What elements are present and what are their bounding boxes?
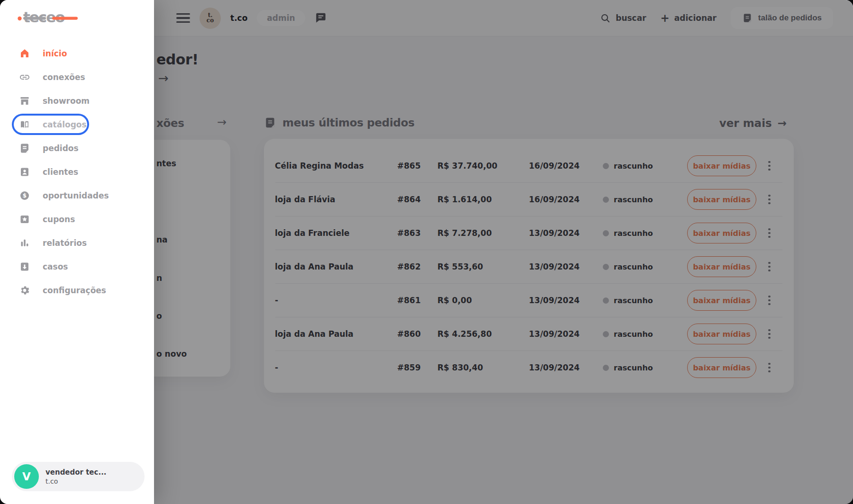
sidebar-item-label: catálogos <box>43 120 87 129</box>
sidebar-item-cupons[interactable]: cupons <box>0 207 154 231</box>
sidebar-item-configuracoes[interactable]: configurações <box>0 279 154 302</box>
sidebar-item-catalogos[interactable]: catálogos <box>0 113 154 136</box>
app-window: t. co t.co admin buscar <box>0 0 853 504</box>
sidebar-item-label: conexões <box>43 72 85 82</box>
teceo-logo: teceo <box>17 7 93 27</box>
sidebar-item-label: showroom <box>43 96 90 106</box>
open-book-icon <box>19 119 30 130</box>
gear-icon <box>19 285 30 296</box>
sidebar-item-casos[interactable]: casos <box>0 255 154 279</box>
inbox-down-icon <box>19 261 30 272</box>
user-avatar: V <box>14 464 39 489</box>
sidebar-item-pedidos[interactable]: pedidos <box>0 136 154 160</box>
storefront-icon <box>19 95 30 107</box>
sidebar-item-inicio[interactable]: início <box>0 42 154 65</box>
sidebar-item-label: configurações <box>43 286 106 295</box>
sidebar-item-label: clientes <box>43 167 78 177</box>
sidebar-item-clientes[interactable]: clientes <box>0 160 154 184</box>
sidebar-item-label: oportunidades <box>43 191 109 200</box>
sidebar-item-label: relatórios <box>43 238 87 248</box>
sidebar-item-relatorios[interactable]: relatórios <box>0 231 154 255</box>
home-icon <box>19 48 30 59</box>
sidebar-item-showroom[interactable]: showroom <box>0 89 154 113</box>
user-org: t.co <box>45 477 107 486</box>
sidebar-item-oportunidades[interactable]: $ oportunidades <box>0 184 154 207</box>
bar-chart-icon <box>19 237 30 249</box>
sidebar-item-label: pedidos <box>43 144 79 153</box>
star-coupon-icon <box>19 214 30 225</box>
user-name: vendedor tec... <box>45 468 107 477</box>
user-profile-pill[interactable]: V vendedor tec... t.co <box>12 462 145 491</box>
link-icon <box>19 72 30 83</box>
svg-text:$: $ <box>23 192 27 199</box>
sidebar-menu: início conexões showroom <box>0 42 154 302</box>
sidebar-item-label: início <box>43 49 67 58</box>
sidebar-item-conexoes[interactable]: conexões <box>0 65 154 89</box>
sidebar-item-label: casos <box>43 262 68 271</box>
sidebar-item-label: cupons <box>43 215 75 224</box>
dollar-circle-icon: $ <box>19 190 30 201</box>
document-icon <box>19 143 30 154</box>
person-badge-icon <box>19 166 30 178</box>
sidebar-drawer: teceo início conexões <box>0 0 154 504</box>
